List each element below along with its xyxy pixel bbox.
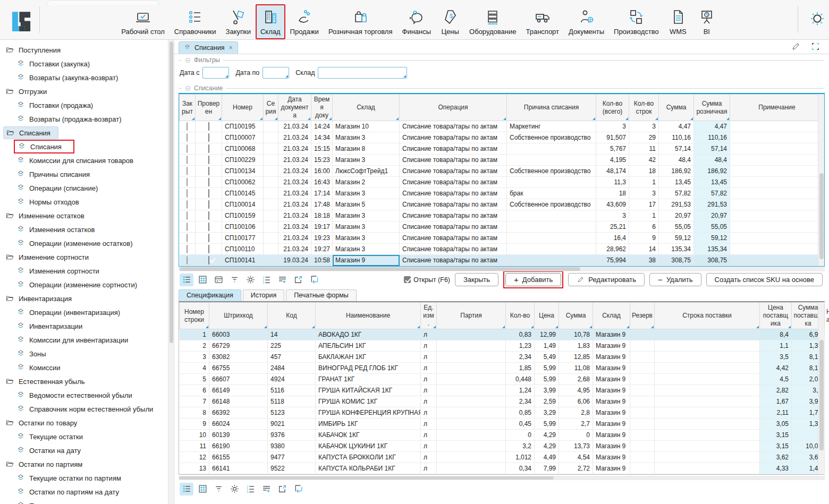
nav-item-production[interactable]: Производство — [609, 4, 664, 39]
writeoff-row[interactable]: СП10022921.03.2415:23Магазин 3Списание т… — [180, 155, 824, 166]
specification-row[interactable]: 5666074924ГРАНАТ 1КГл0,4485,992,68Магази… — [180, 374, 825, 385]
specification-row[interactable]: 13661419522КАПУСТА КОЛЬРАБИ 1КГл0,347,99… — [180, 463, 825, 474]
toolbar-filter-button[interactable] — [212, 483, 225, 496]
toolbar-open-external-button[interactable] — [275, 483, 289, 496]
checkbox-icon[interactable] — [187, 200, 188, 209]
checkbox-icon[interactable] — [187, 189, 188, 198]
checkbox-checked-icon[interactable] — [208, 122, 209, 131]
writeoff-table-scrollbar[interactable] — [818, 94, 824, 266]
checkbox-icon[interactable] — [187, 223, 188, 231]
tree-item-Поставки (продажа)[interactable]: Поставки (продажа) — [0, 98, 168, 112]
checkbox-checked-icon[interactable] — [208, 211, 209, 220]
specification-row[interactable]: 7661485118ГРУША КОМИС 1КГл2,342,596,06Ма… — [180, 396, 825, 407]
nav-item-finance[interactable]: Финансы — [397, 4, 436, 39]
detail-tab-Спецификация[interactable]: Спецификация — [179, 289, 241, 301]
toolbar-add-list-button[interactable] — [259, 483, 273, 496]
tree-item-Комиссии для списания товаров[interactable]: Комиссии для списания товаров — [0, 153, 168, 167]
specification-row[interactable]: 6661495116ГРУША КИТАЙСКАЯ 1КГл1,243,994,… — [180, 385, 825, 396]
checkbox-checked-icon[interactable] — [208, 178, 209, 186]
date-from-input[interactable] — [203, 67, 229, 78]
column-header[interactable]: Цена — [535, 303, 559, 329]
column-header[interactable]: Номер строки — [180, 303, 209, 329]
writeoff-row[interactable]: СП10011021.03.2419:27Магазин 3Списание т… — [180, 244, 824, 255]
checkbox-checked-icon[interactable] — [208, 245, 209, 253]
specification-row[interactable]: 9660249021ИМБИРЬ 1КГл0,455,992,7Магазин … — [180, 418, 825, 430]
date-to-input[interactable] — [263, 67, 289, 78]
nav-item-desktop[interactable]: Рабочий стол — [116, 4, 170, 39]
toolbar-gear-button[interactable] — [243, 274, 257, 286]
checkbox-icon[interactable] — [187, 144, 188, 153]
toolbar-filter-button[interactable] — [227, 274, 241, 286]
checkbox-icon[interactable] — [187, 178, 188, 186]
toolbar-grid-button[interactable] — [196, 483, 209, 496]
tree-folder-Поступления[interactable]: Поступления — [0, 43, 168, 57]
toolbar-grid-button[interactable] — [196, 274, 209, 286]
toolbar-calendar-button[interactable] — [212, 274, 225, 286]
tree-folder-Естественная убыль[interactable]: Естественная убыль — [0, 374, 168, 388]
tree-item-Нормы отходов[interactable]: Нормы отходов — [0, 195, 168, 209]
tree-item-Текущие остатки[interactable]: Текущие остатки — [0, 430, 168, 443]
scrollbar-thumb[interactable] — [170, 41, 173, 343]
checkbox-icon[interactable] — [187, 245, 188, 253]
checkbox-checked-icon[interactable] — [208, 223, 209, 231]
tab-close-icon[interactable]: × — [229, 44, 233, 52]
checkbox-icon[interactable] — [187, 256, 188, 264]
tree-item-Изменения остатков[interactable]: Изменения остатков — [0, 223, 168, 236]
tree-folder-Изменение остатков[interactable]: Изменение остатков — [0, 209, 168, 223]
tree-item-Изменения сортности[interactable]: Изменения сортности — [0, 264, 168, 278]
tree-item-Комиссии[interactable]: Комиссии — [0, 361, 168, 374]
scrollbar-thumb[interactable] — [180, 267, 580, 271]
close-button[interactable]: Закрыть — [455, 273, 498, 286]
nav-item-equipment[interactable]: Оборудование — [464, 4, 521, 39]
writeoff-row[interactable]: СП10000721.03.2414:34Магазин 3Списание т… — [180, 132, 824, 143]
toolbar-list-view-button[interactable] — [180, 483, 193, 496]
tree-folder-Списания[interactable]: Списания — [0, 126, 168, 140]
collapse-icon[interactable] — [184, 85, 191, 92]
column-header[interactable]: Операция — [400, 95, 507, 121]
column-header[interactable]: Примечание — [730, 95, 824, 121]
edit-button[interactable]: Редактировать — [568, 273, 645, 286]
checkbox-checked-icon[interactable] — [208, 256, 209, 264]
spec-hscrollbar[interactable] — [179, 476, 825, 480]
fullscreen-icon[interactable] — [810, 41, 820, 52]
checkbox-icon[interactable] — [187, 234, 188, 242]
scrollbar-thumb[interactable] — [179, 476, 554, 480]
checkbox-checked-icon[interactable] — [208, 167, 209, 175]
writeoff-row[interactable]: СП10010621.03.2419:17Магазин 3Списание т… — [180, 221, 824, 233]
writeoff-row[interactable]: СП10014521.03.2417:14Магазин 3Списание т… — [180, 188, 824, 199]
nav-item-retail[interactable]: Розничная торговля — [324, 4, 397, 39]
checkbox-icon[interactable] — [187, 122, 188, 131]
nav-item-transport[interactable]: Транспорт — [521, 4, 564, 39]
checkbox-icon[interactable] — [187, 133, 188, 142]
nav-item-purchases[interactable]: Закупки — [221, 4, 256, 39]
column-header[interactable]: Резерв — [630, 303, 655, 329]
writeoff-row[interactable]: СП10019521.03.2414:24Магазин 10Списание … — [180, 121, 824, 132]
tab-spisaniya[interactable]: Списания × — [179, 41, 238, 54]
edit-pencil-icon[interactable] — [791, 41, 801, 52]
column-header[interactable]: Кол-во (всего) — [596, 95, 629, 121]
writeoff-hscrollbar[interactable] — [179, 267, 825, 271]
collapse-icon[interactable] — [184, 57, 191, 64]
column-header[interactable]: Партия — [437, 303, 506, 329]
tree-item-Операции (списание)[interactable]: Операции (списание) — [0, 181, 168, 195]
tree-item-Операции (изменение сортности)[interactable]: Операции (изменение сортности) — [0, 278, 168, 292]
tree-item-Партии[interactable]: Партии — [0, 499, 168, 504]
column-header[interactable]: Сумма розничная — [694, 95, 730, 121]
column-header[interactable]: Кол-во — [506, 303, 535, 329]
column-header[interactable]: Кол-во строк — [629, 95, 659, 121]
specification-row[interactable]: 12661559477КАПУСТА БРОККОЛИ 1КГл1,0124,4… — [180, 452, 825, 463]
specification-row[interactable]: 16600314АВОКАДО 1КГл0,8312,9910,78Магази… — [180, 329, 825, 340]
open-f6-checkbox[interactable]: Открыт (F6) — [404, 276, 450, 284]
scrollbar-thumb[interactable] — [819, 173, 824, 259]
nav-item-warehouse[interactable]: Склад — [256, 4, 285, 39]
column-header[interactable]: Цена поставщика — [760, 303, 792, 329]
tree-item-Текущие остатки по партиям[interactable]: Текущие остатки по партиям — [0, 471, 168, 485]
toolbar-numbered-list-button[interactable] — [243, 483, 257, 496]
specification-row[interactable]: 4667552484ВИНОГРАД РЕД ГЛОБ 1КГл1,855,99… — [180, 363, 825, 374]
column-header[interactable]: Наименование — [316, 303, 421, 329]
tree-folder-Остатки по партиям[interactable]: Остатки по партиям — [0, 457, 168, 471]
tree-item-Остатки на дату[interactable]: Остатки на дату — [0, 443, 168, 457]
specification-row[interactable]: 11661909380КАБАЧОК ЦУКИНИ 1КГл3,24,2913,… — [180, 441, 825, 452]
checkbox-icon[interactable] — [187, 211, 188, 220]
tree-folder-Изменение сортности[interactable]: Изменение сортности — [0, 250, 168, 264]
